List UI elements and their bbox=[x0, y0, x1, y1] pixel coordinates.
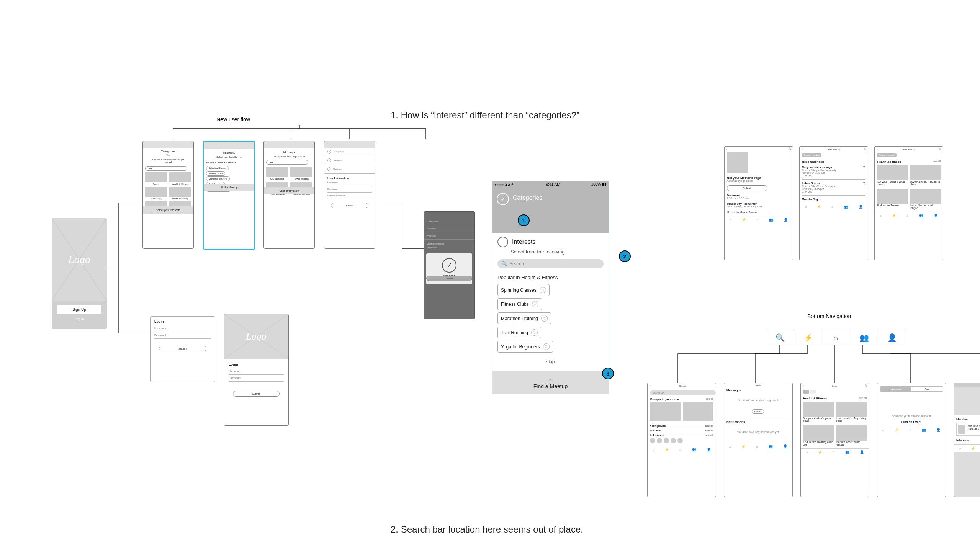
chip-fitness-clubs[interactable]: Fitness Clubs♡ bbox=[497, 298, 542, 310]
feed-evt1-title[interactable]: Not your mother's yoga bbox=[802, 166, 832, 169]
tab-upcoming[interactable]: Upcoming bbox=[880, 387, 911, 391]
groups-icon[interactable]: 👥 bbox=[769, 218, 773, 222]
cat-urban[interactable]: Urban Planning bbox=[169, 197, 191, 200]
see-all-link[interactable]: see all bbox=[933, 160, 941, 163]
profile-icon[interactable]: 👤 bbox=[860, 450, 864, 454]
watchlist[interactable]: Watchlist bbox=[650, 429, 662, 432]
plus-icon[interactable]: ＋ bbox=[876, 147, 879, 151]
home-icon[interactable]: ⌂ bbox=[756, 444, 758, 448]
chip-yoga-beginners[interactable]: Yoga for Beginners♡ bbox=[497, 341, 553, 353]
field-password[interactable]: Password bbox=[327, 187, 372, 191]
home-icon[interactable]: ⌂ bbox=[831, 205, 833, 209]
card-endurance[interactable]: Endurance Training bbox=[877, 204, 908, 207]
alerts-icon[interactable]: ⚡ bbox=[817, 205, 821, 209]
meetup-power[interactable]: Power weights bbox=[290, 177, 312, 180]
plus-icon[interactable]: ＋ bbox=[802, 384, 805, 387]
alerts-icon[interactable]: ⚡ bbox=[818, 450, 822, 454]
plus-icon[interactable]: ＋ bbox=[801, 147, 803, 151]
home-card-yoga[interactable]: Not your mother's yoga class bbox=[803, 417, 834, 422]
home-icon[interactable]: ⌂ bbox=[833, 450, 834, 454]
profile-icon[interactable]: 👤 bbox=[783, 444, 787, 448]
see-all-link[interactable]: see all bbox=[705, 425, 713, 427]
influencers[interactable]: Influencers bbox=[650, 434, 664, 436]
search-icon[interactable]: 🔍 bbox=[939, 148, 941, 150]
home-card-spin[interactable]: Love Handles: A spinning class bbox=[836, 417, 867, 422]
alerts-icon[interactable]: ⚡ bbox=[892, 214, 896, 217]
card-soccer[interactable]: Indoor Soccer Youth league bbox=[910, 204, 941, 209]
search-icon[interactable]: ⌕ bbox=[880, 214, 882, 217]
login-password-field[interactable]: Password bbox=[154, 333, 211, 338]
search-icon[interactable]: ⌕ bbox=[730, 218, 731, 222]
heart-icon[interactable]: ♡ bbox=[532, 301, 538, 307]
nav-profile-icon[interactable]: 👤 bbox=[878, 330, 906, 345]
profile-icon[interactable]: 👤 bbox=[859, 205, 863, 209]
search-icon[interactable]: ⌕ bbox=[653, 448, 654, 451]
search-icon[interactable]: 🔍 bbox=[789, 147, 791, 150]
heart-icon[interactable]: ♡ bbox=[543, 343, 550, 350]
nav-alerts-icon[interactable]: ⚡ bbox=[794, 330, 822, 345]
home-card-soccer[interactable]: Indoor Soccer Youth league bbox=[836, 441, 867, 446]
field-confirm[interactable]: Confirm Password bbox=[327, 193, 372, 198]
meetups-search[interactable]: Search bbox=[266, 160, 308, 165]
event-submit-button[interactable]: Submit bbox=[727, 185, 767, 191]
groups-icon[interactable]: 👥 bbox=[845, 450, 849, 454]
plus-icon[interactable]: ＋ bbox=[649, 384, 651, 387]
skip-link[interactable]: skip bbox=[497, 355, 604, 368]
logo-login-username[interactable]: Username bbox=[229, 369, 284, 374]
home-see-all[interactable]: see all bbox=[859, 397, 867, 400]
find-meetup-button[interactable]: Find a Meetup bbox=[204, 184, 254, 191]
chip-trail-running[interactable]: Trail Running♡ bbox=[497, 327, 541, 338]
chip-spinning-classes[interactable]: Spinning Classes♡ bbox=[497, 284, 550, 296]
home-icon[interactable]: ⌂ bbox=[909, 428, 911, 432]
nav-search-icon[interactable]: 🔍 bbox=[766, 330, 794, 345]
search-icon[interactable]: 🔍 bbox=[864, 148, 866, 150]
city-selector[interactable]: Selected City bbox=[902, 148, 915, 150]
cat-health[interactable]: Health & Fitness bbox=[169, 182, 191, 185]
search-input[interactable]: 🔍 Search bbox=[497, 259, 604, 268]
tab-past[interactable]: Past bbox=[911, 387, 943, 391]
success-submit-button[interactable]: Submit bbox=[426, 276, 472, 281]
back-chevron-icon[interactable]: ‹ bbox=[726, 148, 727, 150]
profile-icon[interactable]: 👤 bbox=[934, 214, 938, 217]
heart-icon[interactable]: ♡ bbox=[541, 315, 548, 322]
home-card-endurance[interactable]: Endurance Training open gym bbox=[803, 441, 834, 446]
nav-home-icon[interactable]: ⌂ bbox=[822, 330, 850, 345]
card-yoga[interactable]: Not your mother's yoga class bbox=[877, 180, 908, 186]
find-event-link[interactable]: Find an Event bbox=[880, 420, 943, 424]
card-love-handles[interactable]: Love Handles: A spinning class bbox=[910, 180, 941, 186]
heart-icon[interactable]: ♡ bbox=[863, 166, 865, 169]
tab-recommended[interactable]: Recommended bbox=[802, 153, 821, 157]
alerts-icon[interactable]: ⚡ bbox=[742, 218, 746, 222]
userinfo-submit-button[interactable]: Submit bbox=[331, 203, 369, 208]
groups-icon[interactable]: 👥 bbox=[769, 444, 773, 448]
alerts-icon[interactable]: ⚡ bbox=[665, 448, 669, 451]
messages-see-all[interactable]: See all bbox=[752, 409, 764, 414]
heart-icon[interactable]: ♡ bbox=[863, 182, 865, 185]
chip-spinning[interactable]: Spinning Classes bbox=[206, 166, 229, 170]
chip-marathon[interactable]: Marathon Training bbox=[206, 176, 230, 181]
alerts-icon[interactable]: ⚡ bbox=[895, 428, 899, 432]
signup-button[interactable]: Sign Up bbox=[57, 305, 101, 314]
search-icon[interactable]: ⌕ bbox=[882, 428, 884, 432]
alerts-icon[interactable]: ⚡ bbox=[741, 444, 746, 448]
chip-fitness[interactable]: Fitness Clubs bbox=[206, 171, 225, 176]
search-icon[interactable]: 🔍 bbox=[865, 384, 867, 387]
see-all-link[interactable]: see all bbox=[705, 434, 713, 436]
tab-recommended[interactable]: Recommended bbox=[877, 153, 897, 157]
groups-icon[interactable]: 👥 bbox=[692, 448, 696, 451]
profile-icon[interactable]: 👤 bbox=[936, 428, 941, 432]
groups-icon[interactable]: 👥 bbox=[922, 428, 926, 432]
logo-login-password[interactable]: Password bbox=[229, 376, 284, 381]
your-groups[interactable]: Your groups bbox=[650, 425, 666, 427]
home-icon[interactable]: ⌂ bbox=[756, 218, 758, 222]
cat-sports[interactable]: Sports bbox=[145, 182, 167, 185]
profile-icon[interactable]: 👤 bbox=[784, 218, 788, 222]
feed-evt2-title[interactable]: Indoor Soccer bbox=[802, 182, 820, 185]
login-username-field[interactable]: Username bbox=[154, 326, 211, 331]
meetup-spin[interactable]: City Spinning bbox=[266, 177, 288, 180]
groups-icon[interactable]: 👥 bbox=[844, 205, 848, 209]
search-icon[interactable]: ⌕ bbox=[806, 450, 808, 454]
see-all-link[interactable]: see all bbox=[705, 429, 713, 432]
nav-groups-icon[interactable]: 👥 bbox=[850, 330, 878, 345]
heart-icon[interactable]: ♡ bbox=[540, 287, 546, 293]
